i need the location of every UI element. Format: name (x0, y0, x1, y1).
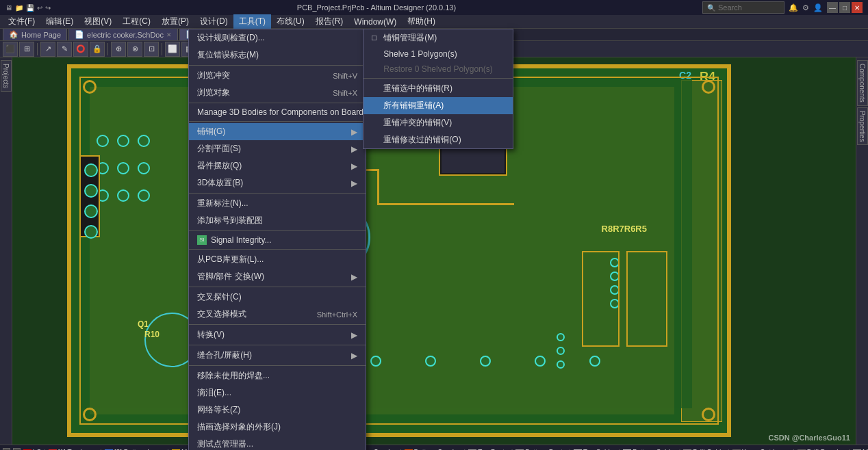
sep9 (189, 345, 366, 345)
menu-help[interactable]: 帮助(H) (402, 14, 441, 29)
menu-design-rules[interactable]: 设计规则检查(D)... (189, 29, 366, 47)
layer-next-button[interactable]: ► (13, 448, 21, 451)
left-sidebar: Projects (0, 57, 12, 445)
menu-report[interactable]: 报告(R) (310, 14, 349, 29)
menu-stitch[interactable]: 缝合孔/屏蔽(H) ▶ (189, 347, 366, 364)
sep3 (162, 43, 162, 55)
search-input[interactable] (718, 3, 780, 12)
copper-submenu: □ 铺铜管理器(M) Shelve 1 Polygon(s) Restore 0… (363, 29, 513, 149)
menu-cross-probe[interactable]: 交叉探针(C) (189, 289, 366, 306)
menu-outline[interactable]: 描画选择对象的外形(J) (189, 419, 366, 436)
tb-icon9[interactable]: ⊡ (144, 42, 159, 57)
sep8 (189, 324, 366, 325)
menu-bar: 文件(F) 编辑(E) 视图(V) 工程(C) 放置(P) 设计(D) 工具(T… (0, 15, 868, 29)
sep2 (107, 43, 108, 55)
minimize-button[interactable]: — (827, 2, 838, 13)
sidebar-components[interactable]: Components (857, 60, 868, 106)
sidebar-properties[interactable]: Properties (857, 107, 868, 146)
tb-icon8[interactable]: ⊗ (127, 42, 142, 57)
copper-shelve[interactable]: Shelve 1 Polygon(s) (363, 47, 513, 62)
copper-repour-conflict[interactable]: 重铺冲突的铺铜(V) (363, 114, 513, 131)
title-bar: 🖥 📁 💾 ↩ ↪ PCB_Project.PrjPcb - Altium De… (0, 0, 868, 15)
sep5 (189, 230, 366, 231)
menu-3d-body-place[interactable]: 3D体放置(B) ▶ (189, 174, 366, 191)
sep1 (37, 43, 38, 55)
menu-3d-bodies[interactable]: Manage 3D Bodies for Components on Board… (189, 105, 366, 120)
tab-sch-close[interactable]: ✕ (166, 31, 172, 38)
sep3 (189, 121, 366, 122)
tab-home[interactable]: 🏠 Home Page (3, 29, 67, 40)
sep4 (189, 193, 366, 194)
tb-icon5[interactable]: ⭕ (73, 42, 88, 57)
menu-pin-swap[interactable]: 管脚/部件 交换(W) ▶ (189, 268, 366, 285)
menu-teardrops[interactable]: 滴泪(E)... (189, 384, 366, 401)
tb-icon3[interactable]: ↗ (40, 42, 55, 57)
tab-sch[interactable]: 📄 electric cooker.SchDoc ✕ (68, 29, 178, 40)
menu-convert[interactable]: 转换(V) ▶ (189, 326, 366, 343)
menu-window[interactable]: Window(W) (348, 16, 402, 28)
sep (189, 65, 366, 66)
sep2 (189, 103, 366, 103)
right-sidebar: Components Properties (856, 57, 868, 445)
menu-testpoint[interactable]: 测试点管理器... (189, 436, 366, 450)
copper-repour-modified[interactable]: 重铺修改过的铺铜(O) (363, 131, 513, 148)
tb-icon6[interactable]: 🔒 (90, 42, 105, 57)
menu-view[interactable]: 视图(V) (79, 14, 117, 29)
menu-edit[interactable]: 编辑(E) (40, 14, 79, 29)
layer-prev-button[interactable]: ◄ (3, 448, 10, 451)
status-bar: ◄ ► LS | [1] Top Layer | [2] Bottom Laye… (0, 445, 868, 450)
sep7 (189, 287, 366, 287)
maximize-button[interactable]: □ (839, 2, 850, 13)
sep6 (189, 249, 366, 250)
menu-file[interactable]: 文件(F) (3, 14, 40, 29)
menu-add-label[interactable]: 添加标号到装配图 (189, 212, 366, 229)
tb-icon4[interactable]: ✎ (57, 42, 72, 57)
menu-reset-errors[interactable]: 复位错误标志(M) (189, 47, 366, 64)
menu-renumber[interactable]: 重新标注(N)... (189, 195, 366, 212)
copper-restore: Restore 0 Shelved Polygon(s) (363, 62, 513, 77)
copper-repour-selected[interactable]: 重铺选中的铺铜(R) (363, 80, 513, 97)
menu-browse-conflicts[interactable]: 浏览冲突 Shift+V (189, 67, 366, 84)
menu-tools[interactable]: 工具(T) (233, 14, 271, 29)
menu-cross-select[interactable]: 交叉选择模式 Shift+Ctrl+X (189, 306, 366, 323)
copper-manager[interactable]: □ 铺铜管理器(M) (363, 29, 513, 47)
menu-split-plane[interactable]: 分割平面(S) ▶ (189, 140, 366, 157)
close-button[interactable]: ✕ (852, 2, 863, 13)
menu-project[interactable]: 工程(C) (117, 14, 156, 29)
menu-copper[interactable]: 铺铜(G) ▶ (189, 123, 366, 140)
tb-icon2[interactable]: ⊞ (19, 42, 34, 57)
sep10 (189, 365, 366, 366)
tb-icon10[interactable]: ⬜ (165, 42, 180, 57)
copper-sep1 (363, 78, 513, 79)
menu-component-place[interactable]: 器件摆放(Q) ▶ (189, 157, 366, 174)
menu-signal-integrity[interactable]: SI Signal Integrity... (189, 233, 366, 248)
window-controls: — □ ✕ (827, 2, 863, 13)
watermark: CSDN @CharlesGuo11 (768, 434, 850, 442)
title-icons: 🖥 📁 💾 ↩ ↪ (5, 4, 51, 12)
tb-icon7[interactable]: ⊕ (111, 42, 126, 57)
menu-browse-objects[interactable]: 浏览对象 Shift+X (189, 84, 366, 101)
menu-net-length[interactable]: 网络等长(Z) (189, 401, 366, 419)
tb-icon1[interactable]: ⬛ (3, 42, 18, 57)
sidebar-projects[interactable]: Projects (1, 60, 12, 92)
copper-repour-all[interactable]: 所有铺铜重铺(A) (363, 97, 513, 114)
menu-remove-pads[interactable]: 移除未使用的焊盘... (189, 367, 366, 384)
tools-dropdown: 设计规则检查(D)... 复位错误标志(M) 浏览冲突 Shift+V 浏览对象… (188, 29, 366, 450)
menu-design[interactable]: 设计(D) (194, 14, 233, 29)
menu-place[interactable]: 放置(P) (156, 14, 194, 29)
menu-route[interactable]: 布线(U) (271, 14, 310, 29)
title-text: PCB_Project.PrjPcb - Altium Designer (20… (51, 3, 702, 12)
menu-update-from-lib[interactable]: 从PCB库更新(L)... (189, 251, 366, 268)
